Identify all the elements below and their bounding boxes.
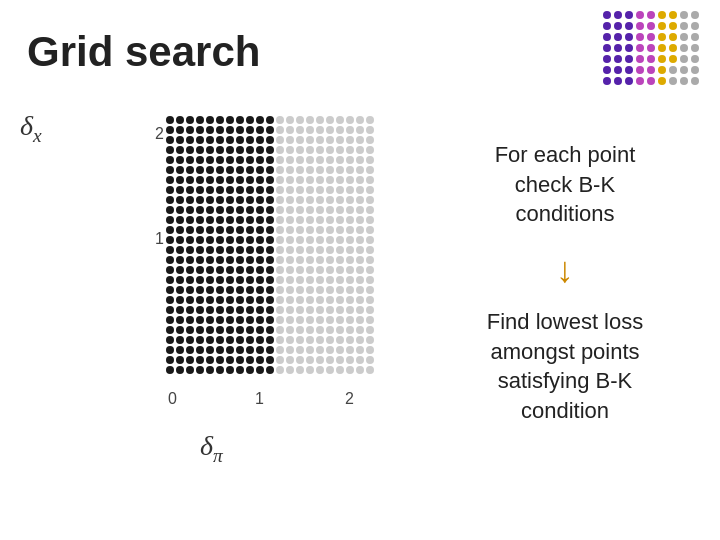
svg-point-223 xyxy=(296,216,304,224)
svg-point-54 xyxy=(286,136,294,144)
svg-point-436 xyxy=(326,316,334,324)
svg-point-514 xyxy=(266,356,274,364)
svg-point-603 xyxy=(636,77,644,85)
svg-point-504 xyxy=(166,356,174,364)
svg-point-400 xyxy=(176,306,184,314)
svg-point-600 xyxy=(603,77,611,85)
svg-point-11 xyxy=(276,116,284,124)
svg-point-271 xyxy=(356,236,364,244)
svg-point-67 xyxy=(206,146,214,154)
svg-point-253 xyxy=(176,236,184,244)
svg-point-134 xyxy=(246,176,254,184)
svg-point-231 xyxy=(166,226,174,234)
svg-point-104 xyxy=(366,156,374,164)
svg-point-381 xyxy=(196,296,204,304)
svg-point-369 xyxy=(286,286,294,294)
svg-point-588 xyxy=(669,55,677,63)
svg-point-64 xyxy=(176,146,184,154)
svg-point-486 xyxy=(196,346,204,354)
svg-point-589 xyxy=(680,55,688,63)
svg-point-520 xyxy=(326,356,334,364)
svg-point-70 xyxy=(236,146,244,154)
svg-point-153 xyxy=(226,186,234,194)
svg-point-605 xyxy=(658,77,666,85)
svg-point-578 xyxy=(658,44,666,52)
svg-point-446 xyxy=(216,326,224,334)
svg-point-234 xyxy=(196,226,204,234)
svg-point-32 xyxy=(276,126,284,134)
svg-point-13 xyxy=(296,116,304,124)
svg-point-513 xyxy=(256,356,264,364)
svg-point-461 xyxy=(366,326,374,334)
svg-point-385 xyxy=(236,296,244,304)
x-tick-0: 0 xyxy=(168,390,177,408)
svg-point-288 xyxy=(316,246,324,254)
svg-point-17 xyxy=(336,116,344,124)
svg-point-282 xyxy=(256,246,264,254)
svg-point-87 xyxy=(196,156,204,164)
svg-point-555 xyxy=(603,22,611,30)
svg-point-526 xyxy=(176,366,184,374)
svg-point-573 xyxy=(603,44,611,52)
svg-point-393 xyxy=(316,296,324,304)
svg-point-591 xyxy=(603,66,611,74)
svg-point-49 xyxy=(236,136,244,144)
svg-point-447 xyxy=(226,326,234,334)
svg-point-510 xyxy=(226,356,234,364)
svg-point-184 xyxy=(326,196,334,204)
svg-point-108 xyxy=(196,166,204,174)
svg-point-453 xyxy=(286,326,294,334)
svg-point-363 xyxy=(226,286,234,294)
svg-point-9 xyxy=(256,116,264,124)
svg-point-79 xyxy=(326,146,334,154)
svg-point-190 xyxy=(176,206,184,214)
svg-point-168 xyxy=(166,196,174,204)
svg-point-297 xyxy=(196,256,204,264)
svg-point-515 xyxy=(276,356,284,364)
svg-point-561 xyxy=(669,22,677,30)
svg-point-125 xyxy=(366,166,374,174)
svg-point-100 xyxy=(326,156,334,164)
svg-point-456 xyxy=(316,326,324,334)
svg-point-432 xyxy=(286,316,294,324)
lowest-loss-text: Find lowest loss amongst points satisfyi… xyxy=(430,307,700,426)
svg-point-528 xyxy=(196,366,204,374)
svg-point-120 xyxy=(316,166,324,174)
svg-point-39 xyxy=(346,126,354,134)
svg-point-213 xyxy=(196,216,204,224)
svg-point-449 xyxy=(246,326,254,334)
svg-point-481 xyxy=(356,336,364,344)
svg-point-247 xyxy=(326,226,334,234)
svg-point-63 xyxy=(166,146,174,154)
svg-point-136 xyxy=(266,176,274,184)
svg-point-450 xyxy=(256,326,264,334)
svg-point-301 xyxy=(236,256,244,264)
svg-point-553 xyxy=(680,11,688,19)
svg-point-390 xyxy=(286,296,294,304)
svg-point-158 xyxy=(276,186,284,194)
svg-point-298 xyxy=(206,256,214,264)
svg-point-65 xyxy=(186,146,194,154)
svg-point-323 xyxy=(246,266,254,274)
svg-point-358 xyxy=(176,286,184,294)
svg-point-343 xyxy=(236,276,244,284)
svg-point-8 xyxy=(246,116,254,124)
svg-point-455 xyxy=(306,326,314,334)
svg-point-533 xyxy=(246,366,254,374)
svg-point-567 xyxy=(636,33,644,41)
svg-point-33 xyxy=(286,126,294,134)
svg-point-147 xyxy=(166,186,174,194)
svg-point-558 xyxy=(636,22,644,30)
svg-point-142 xyxy=(326,176,334,184)
svg-point-202 xyxy=(296,206,304,214)
svg-point-248 xyxy=(336,226,344,234)
svg-point-74 xyxy=(276,146,284,154)
svg-point-275 xyxy=(186,246,194,254)
svg-point-131 xyxy=(216,176,224,184)
svg-point-286 xyxy=(296,246,304,254)
svg-point-85 xyxy=(176,156,184,164)
svg-point-406 xyxy=(236,306,244,314)
svg-point-186 xyxy=(346,196,354,204)
svg-point-340 xyxy=(206,276,214,284)
svg-point-508 xyxy=(206,356,214,364)
